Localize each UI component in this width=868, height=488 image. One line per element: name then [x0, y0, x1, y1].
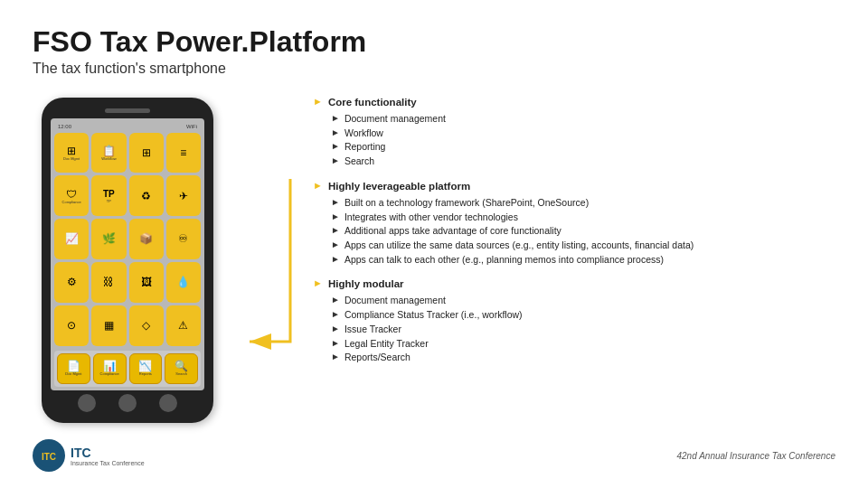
- phone-container: 12:00 WiFi ⊞ Doc Mgmt 📋 Workflow: [33, 91, 222, 428]
- modular-arrow-icon: ►: [313, 277, 323, 288]
- sub-bullet-integrates: ► Integrates with other vendor technolog…: [331, 211, 835, 224]
- app-tp[interactable]: TP TP: [91, 175, 126, 216]
- sub-bullet-sharepoint: ► Built on a technology framework (Share…: [331, 196, 835, 210]
- sub-arrow-icon: ►: [331, 324, 340, 333]
- modular-main-bullet: ► Highly modular: [313, 277, 835, 291]
- connector-svg: [241, 125, 295, 396]
- app-target[interactable]: ⊙: [54, 305, 89, 346]
- leverageable-sub-bullets: ► Built on a technology framework (Share…: [331, 196, 835, 266]
- sub-bullet-search: ► Search: [331, 155, 835, 168]
- logo-circle: ITC: [33, 439, 65, 472]
- phone-status-bar: 12:00 WiFi: [54, 122, 201, 131]
- app-compliance[interactable]: 🛡 Compliance: [54, 175, 89, 216]
- app-recycle[interactable]: ♻: [129, 175, 164, 216]
- footer-logo: ITC ITC Insurance Tax Conference: [33, 439, 145, 472]
- core-sub-bullets: ► Document management ► Workflow ► Repor…: [331, 112, 835, 168]
- page-container: FSO Tax Power.Platform The tax function'…: [0, 0, 868, 488]
- sub-bullet-same-data: ► Apps can utilize the same data sources…: [331, 239, 835, 252]
- section-core: ► Core functionality ► Document manageme…: [313, 95, 835, 168]
- logo-itc-text: ITC: [71, 446, 145, 460]
- app-settings[interactable]: ⚙: [54, 262, 89, 303]
- sub-bullet-reporting: ► Reporting: [331, 140, 835, 154]
- core-main-bullet: ► Core functionality: [313, 95, 835, 109]
- sub-bullet-reports-search: ► Reports/Search: [331, 351, 835, 364]
- phone-home-btn[interactable]: [118, 394, 137, 412]
- app-water[interactable]: 💧: [166, 262, 201, 303]
- sub-arrow-icon: ►: [331, 211, 340, 221]
- sub-arrow-icon: ►: [331, 352, 340, 361]
- sub-arrow-icon: ►: [331, 239, 340, 249]
- app-workflow[interactable]: 📋 Workflow: [91, 133, 126, 174]
- footer: ITC ITC Insurance Tax Conference 42nd An…: [33, 436, 835, 472]
- svg-text:ITC: ITC: [42, 452, 56, 462]
- phone-screen: 12:00 WiFi ⊞ Doc Mgmt 📋 Workflow: [51, 118, 204, 390]
- sub-arrow-icon: ►: [331, 295, 340, 305]
- page-subtitle: The tax function's smartphone: [33, 61, 835, 77]
- app-links[interactable]: ⛓: [91, 262, 126, 303]
- app-dock-reports[interactable]: 📉 Reports: [129, 353, 163, 384]
- page-title: FSO Tax Power.Platform: [33, 25, 835, 59]
- leverageable-main-bullet: ► Highly leverageable platform: [313, 179, 835, 193]
- sub-bullet-issue-tracker: ► Issue Tracker: [331, 323, 835, 336]
- app-dock-doc[interactable]: 📄 Doc Mgmt: [57, 353, 90, 384]
- phone-speaker: [105, 108, 150, 113]
- app-travel[interactable]: ✈: [166, 175, 201, 216]
- arrow-connector: [241, 91, 295, 428]
- sub-arrow-icon: ►: [331, 113, 340, 123]
- sub-arrow-icon: ►: [331, 338, 340, 348]
- sub-arrow-icon: ►: [331, 225, 340, 235]
- leverageable-label: Highly leverageable platform: [328, 179, 470, 193]
- app-dock-search[interactable]: 🔍 Search: [165, 353, 198, 384]
- app-infinity[interactable]: ♾: [166, 219, 201, 259]
- sub-arrow-icon: ►: [331, 254, 340, 264]
- section-modular: ► Highly modular ► Document management ►…: [313, 277, 835, 364]
- core-label: Core functionality: [328, 95, 417, 109]
- right-content: ► Core functionality ► Document manageme…: [313, 91, 835, 428]
- sub-bullet-talk-each-other: ► Apps can talk to each other (e.g., pla…: [331, 253, 835, 267]
- app-dock-compliance[interactable]: 📊 Compliance: [93, 353, 127, 384]
- sub-bullet-mod-compliance: ► Compliance Status Tracker (i.e., workf…: [331, 308, 835, 322]
- app-diamond[interactable]: ◇: [129, 305, 164, 346]
- app-box[interactable]: 📦: [129, 219, 164, 259]
- app-chart[interactable]: 📈: [54, 219, 89, 259]
- phone-menu-btn[interactable]: [159, 394, 177, 412]
- app-app4[interactable]: ≡: [166, 133, 201, 174]
- core-arrow-icon: ►: [313, 96, 323, 107]
- leverage-arrow-icon: ►: [313, 180, 323, 191]
- phone-bottom-bar: [49, 390, 206, 412]
- section-leverageable: ► Highly leverageable platform ► Built o…: [313, 179, 835, 267]
- sub-bullet-mod-doc: ► Document management: [331, 294, 835, 307]
- itc-logo-svg: ITC: [36, 443, 61, 468]
- logo-text: ITC Insurance Tax Conference: [71, 446, 145, 466]
- modular-label: Highly modular: [328, 277, 404, 291]
- app-image[interactable]: 🖼: [129, 262, 164, 303]
- sub-bullet-workflow: ► Workflow: [331, 127, 835, 140]
- phone-mockup: 12:00 WiFi ⊞ Doc Mgmt 📋 Workflow: [42, 98, 213, 423]
- conference-text: 42nd Annual Insurance Tax Conference: [677, 451, 836, 461]
- sub-arrow-icon: ►: [331, 155, 340, 165]
- app-leaf[interactable]: 🌿: [91, 219, 126, 259]
- sub-bullet-additional-apps: ► Additional apps take advantage of core…: [331, 224, 835, 238]
- sub-arrow-icon: ►: [331, 197, 340, 207]
- sub-arrow-icon: ►: [331, 127, 340, 137]
- modular-sub-bullets: ► Document management ► Compliance Statu…: [331, 294, 835, 363]
- phone-back-btn[interactable]: [78, 394, 96, 412]
- main-content: 12:00 WiFi ⊞ Doc Mgmt 📋 Workflow: [33, 91, 835, 428]
- app-doc-mgmt[interactable]: ⊞ Doc Mgmt: [54, 133, 89, 174]
- app-warning[interactable]: ⚠: [166, 305, 201, 346]
- sub-arrow-icon: ►: [331, 309, 340, 319]
- app-app3[interactable]: ⊞: [129, 133, 164, 174]
- sub-bullet-legal-entity: ► Legal Entity Tracker: [331, 337, 835, 351]
- sub-arrow-icon: ►: [331, 141, 340, 151]
- app-grid2[interactable]: ▦: [91, 305, 126, 346]
- logo-subtitle-text: Insurance Tax Conference: [71, 460, 145, 466]
- app-grid: ⊞ Doc Mgmt 📋 Workflow ⊞ ≡: [54, 133, 201, 346]
- sub-bullet-doc-mgmt: ► Document management: [331, 112, 835, 126]
